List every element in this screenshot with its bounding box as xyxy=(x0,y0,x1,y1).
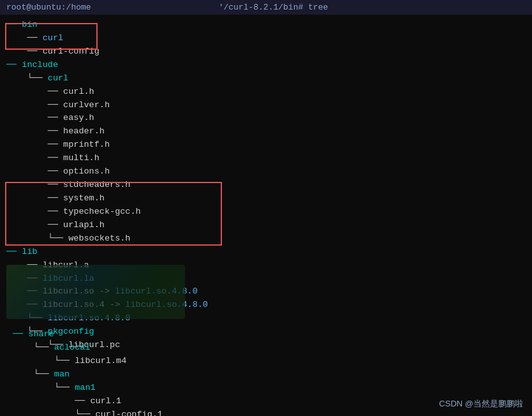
list-item: ── curlver.h xyxy=(6,99,526,112)
list-item: ── curl-config xyxy=(6,45,526,59)
list-item: ── multi.h xyxy=(6,152,526,165)
list-item: ── typecheck-gcc.h xyxy=(6,205,526,219)
list-item: ── system.h xyxy=(6,192,526,205)
list-item: └── libcurl.m4 xyxy=(13,355,163,368)
list-item: ── include xyxy=(6,59,526,72)
list-item: ── curl.1 xyxy=(13,395,163,408)
blurred-image xyxy=(6,265,185,319)
list-item: ── lib xyxy=(6,246,526,259)
watermark: CSDN @当然是鹏鹏啦 xyxy=(439,398,523,410)
list-item: ── bin xyxy=(6,19,526,32)
list-item: ── header.h xyxy=(6,125,526,138)
list-item: ── easy.h xyxy=(6,112,526,125)
list-item: ── options.h xyxy=(6,165,526,179)
list-item: ── urlapi.h xyxy=(6,219,526,232)
title-right: '/curl-8.2.1/bin# tree xyxy=(219,3,329,12)
list-item: └── man xyxy=(13,368,163,382)
list-item: └── websockets.h xyxy=(6,232,526,246)
list-item: ── curl xyxy=(6,32,526,45)
terminal: root@ubuntu:/home '/curl-8.2.1/bin# tree… xyxy=(0,0,532,416)
list-item: └── curl-config.1 xyxy=(13,408,163,416)
list-item: └── curl xyxy=(6,72,526,85)
list-item: ── stdcheaders.h xyxy=(6,179,526,192)
title-bar: root@ubuntu:/home '/curl-8.2.1/bin# tree xyxy=(0,0,532,15)
bottom-content: ── share └── aclocal └── libcurl.m4 └── … xyxy=(6,325,169,416)
title-left: root@ubuntu:/home xyxy=(6,3,91,12)
list-item: ── share xyxy=(13,328,163,341)
list-item: ── curl.h xyxy=(6,85,526,99)
list-item: ── mprintf.h xyxy=(6,138,526,152)
list-item: └── aclocal xyxy=(13,341,163,355)
list-item: └── man1 xyxy=(13,382,163,395)
